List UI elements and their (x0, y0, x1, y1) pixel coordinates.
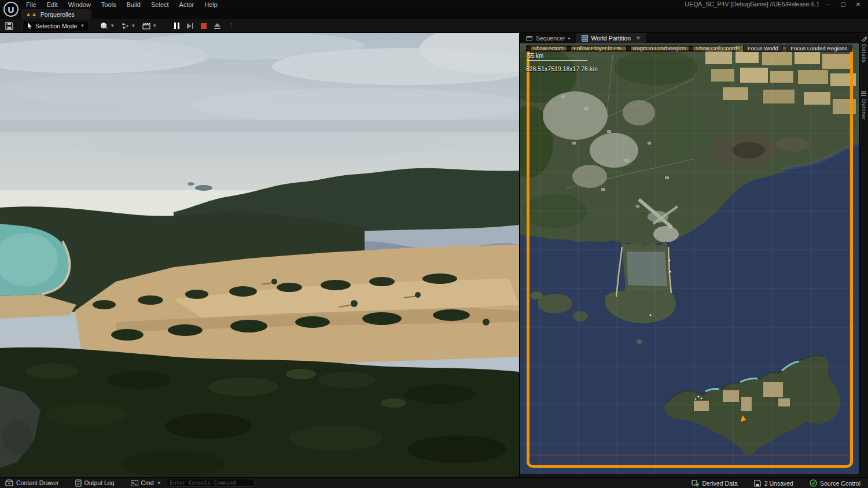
checkbox-icon (626, 46, 631, 51)
menu-edit[interactable]: Edit (42, 1, 63, 9)
chevron-down-icon: ▼ (152, 23, 157, 28)
window-controls: – ▢ ✕ (821, 0, 866, 9)
world-partition-icon (582, 35, 588, 42)
main-toolbar: Selection Mode ▼ + ▼ ▼ ▼ ⋮ ⚙ (0, 19, 868, 33)
menu-file[interactable]: File (21, 1, 42, 9)
close-icon[interactable]: ✕ (851, 0, 866, 9)
content-drawer-label: Content Drawer (16, 479, 59, 486)
sequencer-icon (526, 35, 533, 41)
add-actor-button[interactable]: + ▼ (97, 21, 117, 31)
follow-player-checkbox[interactable]: Follow Player in PIE (567, 45, 623, 51)
menu-window[interactable]: Window (63, 1, 96, 9)
checkbox-icon (526, 46, 531, 51)
dirty-indicator: • (568, 35, 571, 42)
bugitgo-load-region-checkbox[interactable]: BugItGo Load Region (626, 45, 686, 51)
svg-text:+: + (105, 25, 108, 30)
asset-tab-porquerolles[interactable]: ▲▲ Porquerolles (21, 9, 91, 19)
maximize-icon[interactable]: ▢ (836, 0, 851, 9)
show-actors-label: Show Actors (533, 45, 564, 51)
map-scale-label: 55 km (528, 53, 543, 59)
source-control-label: Source Control (820, 480, 860, 487)
world-partition-panel: Sequencer• World Partition ✕ (519, 33, 859, 477)
window-title: UEQA_SC_P4V [DebugGame] //UE5/Release-5.… (660, 1, 845, 8)
menu-bar: File Edit Window Tools Build Select Acto… (21, 1, 223, 9)
asset-tab-row: ▲▲ Porquerolles (0, 9, 868, 19)
minimize-icon[interactable]: – (821, 0, 836, 9)
follow-player-label: Follow Player in PIE (573, 45, 623, 51)
world-partition-controls: Show Actors Follow Player in PIE BugItGo… (526, 45, 852, 52)
unreal-editor-window: U File Edit Window Tools Build Select Ac… (0, 0, 868, 488)
output-log-icon (75, 479, 82, 487)
cmd-icon (131, 480, 138, 486)
minimap-svg (520, 43, 860, 474)
show-cell-coords-label: Show Cell Coords (696, 45, 740, 51)
pause-button[interactable] (174, 23, 179, 29)
focus-loaded-regions-button[interactable]: Focus Loaded Regions (786, 45, 852, 52)
output-log-label: Output Log (84, 479, 115, 486)
tab-sequencer[interactable]: Sequencer• (520, 33, 576, 43)
chevron-down-icon: ▼ (80, 23, 84, 28)
derived-data-button[interactable]: Derived Data (686, 478, 742, 488)
title-bar: U File Edit Window Tools Build Select Ac… (0, 0, 868, 9)
show-actors-checkbox[interactable]: Show Actors (526, 45, 564, 51)
unsaved-label: 2 Unsaved (764, 480, 793, 487)
cmd-label: Cmd (141, 479, 154, 486)
content-drawer-button[interactable]: Content Drawer (0, 478, 64, 488)
derived-data-icon (692, 479, 699, 487)
source-control-icon (810, 479, 817, 487)
tab-close-icon[interactable]: ✕ (636, 35, 641, 41)
tab-world-partition[interactable]: World Partition ✕ (576, 33, 646, 43)
menu-build[interactable]: Build (122, 1, 146, 9)
panel-tab-bar: Sequencer• World Partition ✕ (520, 33, 859, 43)
outliner-label: Outliner (861, 99, 867, 120)
cinematics-button[interactable]: ▼ (140, 21, 159, 31)
selection-mode-dropdown[interactable]: Selection Mode ▼ (23, 21, 89, 31)
tab-sequencer-label: Sequencer (536, 35, 565, 42)
menu-help[interactable]: Help (199, 1, 223, 9)
details-label: Details (861, 44, 867, 63)
content-drawer-icon (5, 479, 13, 486)
focus-world-button[interactable]: Focus World (743, 45, 783, 52)
asset-tab-label: Porquerolles (41, 11, 75, 18)
show-cell-coords-checkbox[interactable]: Show Cell Coords (689, 45, 740, 51)
cinematics-icon (142, 23, 151, 29)
chevron-down-icon: ▼ (157, 480, 161, 486)
tab-world-partition-label: World Partition (591, 35, 631, 42)
details-icon (861, 36, 867, 42)
more-options-icon[interactable]: ⋮ (228, 22, 235, 29)
step-forward-button[interactable] (186, 23, 194, 29)
side-tab-details[interactable]: Details (859, 36, 868, 63)
blueprints-button[interactable]: ▼ (119, 21, 138, 31)
unsaved-icon (754, 480, 762, 487)
save-icon (5, 22, 13, 30)
viewport-scene (0, 33, 519, 477)
world-partition-map[interactable]: Show Actors Follow Player in PIE BugItGo… (520, 43, 860, 474)
chevron-down-icon: ▼ (110, 23, 115, 28)
menu-actor[interactable]: Actor (174, 1, 200, 9)
add-actor-icon: + (100, 22, 109, 30)
cursor-icon (27, 23, 32, 29)
source-control-button[interactable]: Source Control (804, 478, 866, 488)
bugitgo-label: BugItGo Load Region (633, 45, 686, 51)
save-button[interactable] (3, 21, 16, 31)
checkbox-icon (567, 46, 571, 51)
blueprints-icon (122, 23, 130, 29)
menu-tools[interactable]: Tools (96, 1, 122, 9)
console-command-input[interactable] (167, 479, 255, 487)
output-log-button[interactable]: Output Log (70, 478, 120, 488)
landscape-icon: ▲▲ (25, 12, 37, 17)
unreal-logo-icon[interactable]: U (3, 2, 19, 17)
map-scale-line (527, 60, 587, 61)
cmd-dropdown[interactable]: Cmd ▼ (126, 478, 167, 488)
menu-select[interactable]: Select (146, 1, 174, 9)
unsaved-button[interactable]: 2 Unsaved (749, 478, 799, 488)
derived-data-label: Derived Data (702, 480, 737, 487)
chevron-down-icon: ▼ (131, 23, 135, 28)
viewport-3d[interactable] (0, 33, 519, 477)
checkbox-icon (689, 46, 693, 51)
selection-mode-label: Selection Mode (35, 23, 77, 29)
side-tab-outliner[interactable]: Outliner (859, 91, 868, 120)
world-size-label: 826.51x7519.18x17.76 km (526, 65, 598, 72)
stop-button[interactable] (201, 23, 207, 29)
eject-button[interactable] (214, 23, 221, 29)
